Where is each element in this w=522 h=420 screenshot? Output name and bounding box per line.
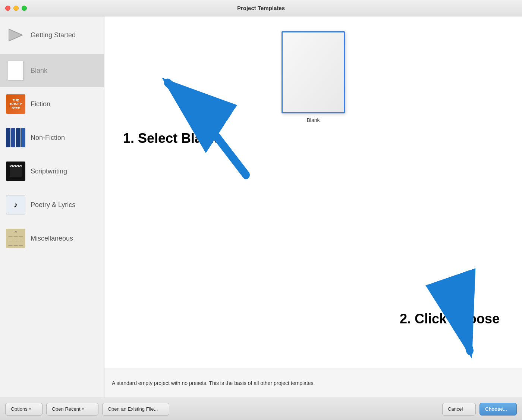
- template-thumbnail-wrapper[interactable]: Blank: [282, 31, 345, 123]
- template-name-label: Blank: [306, 117, 320, 123]
- sidebar-item-label-blank: Blank: [31, 67, 47, 75]
- sidebar-item-blank[interactable]: Blank: [0, 54, 104, 87]
- open-existing-label: Open an Existing File...: [108, 406, 158, 412]
- sidebar-item-label-fiction: Fiction: [31, 100, 50, 108]
- description-bar: A standard empty project with no presets…: [104, 368, 522, 398]
- template-description: A standard empty project with no presets…: [112, 380, 315, 386]
- options-chevron-icon: ▾: [29, 407, 31, 411]
- sidebar-item-scriptwriting[interactable]: Scriptwriting: [0, 154, 104, 188]
- choose-label: Choose...: [485, 406, 507, 412]
- sidebar-item-label-non-fiction: Non-Fiction: [31, 134, 65, 142]
- zoom-button[interactable]: [22, 6, 27, 11]
- fiction-icon: THEMONEYTREE: [6, 94, 25, 114]
- sidebar-item-label-getting-started: Getting Started: [31, 31, 76, 39]
- sidebar-item-fiction[interactable]: THEMONEYTREE Fiction: [0, 87, 104, 121]
- instruction-1: 1. Select Blank: [119, 131, 218, 146]
- open-existing-button[interactable]: Open an Existing File...: [102, 403, 169, 416]
- sidebar-item-label-poetry: Poetry & Lyrics: [31, 201, 75, 209]
- bottom-toolbar: Options ▾ Open Recent ▾ Open an Existing…: [0, 398, 522, 420]
- sidebar-item-non-fiction[interactable]: Non-Fiction: [0, 121, 104, 154]
- instruction-2: 2. Click Choose: [400, 311, 500, 327]
- template-display: Blank 1. Select Blank 2. Click Choose: [104, 16, 522, 368]
- non-fiction-icon: [6, 128, 25, 147]
- scriptwriting-icon: [6, 162, 25, 181]
- poetry-icon: ♪: [6, 195, 25, 214]
- sidebar-item-label-scriptwriting: Scriptwriting: [31, 167, 67, 175]
- minimize-button[interactable]: [13, 6, 19, 11]
- titlebar: Project Templates: [0, 0, 522, 16]
- miscellaneous-icon: σ— — —— — —— — —: [6, 229, 25, 248]
- open-recent-button[interactable]: Open Recent ▾: [46, 403, 98, 416]
- sidebar: Getting Started Blank THEMONEYTREE Ficti…: [0, 16, 104, 398]
- blank-template-thumbnail[interactable]: [282, 31, 345, 113]
- sidebar-item-miscellaneous[interactable]: σ— — —— — —— — — Miscellaneous: [0, 222, 104, 255]
- options-button[interactable]: Options ▾: [5, 403, 43, 416]
- open-recent-label: Open Recent: [52, 406, 81, 412]
- cancel-button[interactable]: Cancel: [442, 403, 476, 416]
- content-area: Blank 1. Select Blank 2. Click Choose: [104, 16, 522, 398]
- traffic-lights: [5, 6, 27, 11]
- blank-page-icon: [6, 61, 25, 80]
- svg-marker-0: [9, 29, 22, 41]
- sidebar-item-getting-started[interactable]: Getting Started: [0, 16, 104, 54]
- cancel-label: Cancel: [448, 406, 463, 412]
- window-title: Project Templates: [237, 5, 285, 11]
- sidebar-item-label-miscellaneous: Miscellaneous: [31, 235, 73, 242]
- options-label: Options: [11, 406, 28, 412]
- close-button[interactable]: [5, 6, 10, 11]
- svg-rect-7: [10, 167, 22, 177]
- main-area: Getting Started Blank THEMONEYTREE Ficti…: [0, 16, 522, 398]
- choose-button[interactable]: Choose...: [479, 403, 517, 416]
- arrow-forward-icon: [6, 25, 25, 45]
- open-recent-chevron-icon: ▾: [82, 407, 84, 411]
- sidebar-item-poetry[interactable]: ♪ Poetry & Lyrics: [0, 188, 104, 222]
